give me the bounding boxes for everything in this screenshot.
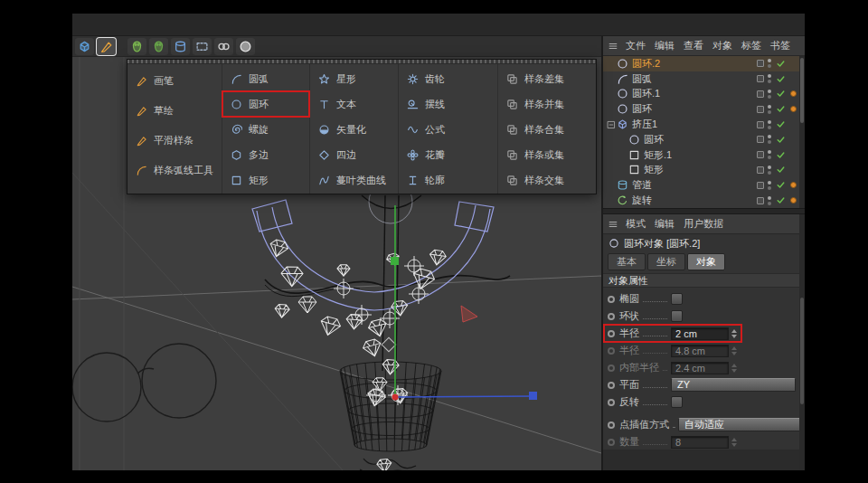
menu-item-spline-union[interactable]: 样条并集 [498, 91, 596, 117]
scrollbar-thumb[interactable] [800, 298, 804, 404]
am-menu-item-1[interactable]: 模式 [621, 217, 650, 231]
tab-basic[interactable]: 基本 [608, 253, 646, 270]
object-row[interactable]: 矩形 [603, 163, 799, 178]
checkbox[interactable] [671, 293, 683, 305]
menu-item-formula[interactable]: 公式 [399, 117, 497, 142]
axis-origin-dot[interactable] [392, 394, 399, 401]
visibility-dots[interactable] [767, 74, 772, 83]
value-field[interactable]: 8 [671, 436, 729, 449]
menu-item-flower[interactable]: 花瓣 [399, 142, 497, 167]
menu-item-spline-intersect[interactable]: 样条交集 [498, 167, 596, 193]
object-row[interactable]: 挤压1 [603, 117, 799, 132]
visibility-dots[interactable] [767, 181, 772, 190]
visibility-dots[interactable] [767, 150, 772, 159]
visibility-dots[interactable] [767, 120, 772, 129]
layer-chip[interactable] [757, 182, 764, 189]
value-field[interactable]: 2.4 cm [671, 362, 729, 374]
cube-tool[interactable] [75, 38, 94, 55]
am-menu-item-2[interactable]: 编辑 [650, 217, 679, 231]
am-menu-icon[interactable] [608, 219, 618, 230]
toolbar-tool-8[interactable] [236, 38, 255, 55]
menu-item-freehand[interactable]: 画笔 [127, 66, 222, 96]
object-row[interactable]: 圆弧 [603, 71, 799, 87]
visibility-dots[interactable] [767, 105, 772, 114]
layer-chip[interactable] [757, 90, 764, 98]
menu-item-spline-or[interactable]: 样条或集 [498, 142, 596, 167]
menu-item-spline-arc-tool[interactable]: 样条弧线工具 [127, 156, 222, 185]
menu-item-rectangle[interactable]: 矩形 [222, 167, 309, 193]
keyframe-toggle[interactable] [608, 347, 615, 355]
om-menu-icon[interactable] [608, 41, 618, 52]
layer-chip[interactable] [757, 121, 764, 128]
om-menu-item-6[interactable]: 书签 [766, 39, 795, 52]
menu-item-star[interactable]: 星形 [310, 66, 398, 91]
tab-coordinates[interactable]: 坐标 [647, 253, 685, 270]
panel-splitter[interactable] [603, 208, 805, 214]
layer-chip[interactable] [757, 197, 764, 204]
tag-dot[interactable] [788, 90, 797, 97]
object-row[interactable]: 圆环.1 [603, 87, 799, 102]
enabled-check-icon[interactable] [775, 195, 786, 205]
menu-item-vectorizer[interactable]: 矢量化 [310, 117, 398, 142]
menu-item-arc[interactable]: 圆弧 [222, 66, 309, 91]
tag-dot[interactable] [788, 106, 797, 112]
spinner[interactable] [731, 329, 737, 338]
visibility-dots[interactable] [767, 135, 772, 144]
z-axis[interactable] [395, 396, 534, 397]
menu-item-spline-difference[interactable]: 样条差集 [498, 66, 596, 91]
om-menu-item-4[interactable]: 对象 [708, 39, 737, 52]
enabled-check-icon[interactable] [775, 135, 786, 145]
tag-dot[interactable] [788, 182, 797, 188]
dropdown[interactable]: 自动适应 [678, 418, 803, 431]
enabled-check-icon[interactable] [775, 150, 786, 160]
pen-tool[interactable] [97, 38, 116, 55]
layer-chip[interactable] [757, 136, 764, 143]
menu-item-helix[interactable]: 螺旋 [222, 117, 309, 142]
om-menu-item-3[interactable]: 查看 [679, 39, 708, 52]
object-row[interactable]: 圆环 [603, 132, 799, 147]
keyframe-toggle[interactable] [608, 365, 615, 372]
keyframe-toggle[interactable] [608, 330, 615, 337]
layer-chip[interactable] [757, 151, 764, 158]
menu-item-smooth-spline[interactable]: 平滑样条 [127, 126, 222, 156]
keyframe-toggle[interactable] [608, 296, 615, 303]
visibility-dots[interactable] [767, 59, 772, 68]
toolbar-tool-7[interactable] [214, 38, 233, 55]
object-row[interactable]: 圆环 [603, 101, 799, 117]
z-axis-handle[interactable] [529, 392, 537, 400]
om-menu-item-5[interactable]: 标签 [737, 39, 766, 52]
checkbox[interactable] [671, 310, 683, 322]
toolbar-tool-4[interactable] [149, 38, 168, 55]
tab-object[interactable]: 对象 [687, 253, 725, 270]
menu-item-text[interactable]: 文本 [310, 91, 398, 117]
menu-item-profile[interactable]: 轮廓 [399, 167, 497, 193]
menu-item-sketch[interactable]: 草绘 [127, 96, 222, 126]
enabled-check-icon[interactable] [775, 74, 786, 84]
am-menu-item-3[interactable]: 用户数据 [679, 217, 728, 231]
value-field[interactable]: 2 cm [671, 327, 729, 340]
menu-item-cogwheel[interactable]: 齿轮 [399, 66, 497, 91]
checkbox[interactable] [671, 396, 683, 408]
om-menu-item-1[interactable]: 文件 [621, 39, 650, 52]
enabled-check-icon[interactable] [775, 119, 786, 129]
spinner[interactable] [731, 438, 737, 447]
menu-item-cycloid[interactable]: 摆线 [399, 91, 497, 117]
keyframe-toggle[interactable] [608, 313, 615, 320]
keyframe-toggle[interactable] [608, 382, 615, 389]
dropdown[interactable]: ZY [671, 378, 796, 392]
keyframe-toggle[interactable] [608, 439, 615, 446]
layer-chip[interactable] [757, 60, 764, 67]
toolbar-tool-3[interactable] [127, 38, 146, 55]
value-field[interactable]: 4.8 cm [671, 345, 729, 357]
spinner[interactable] [731, 364, 737, 373]
keyframe-toggle[interactable] [608, 421, 615, 429]
collapse-toggle-icon[interactable] [606, 120, 616, 129]
enabled-check-icon[interactable] [775, 104, 786, 114]
tag-dot[interactable] [788, 197, 797, 204]
layer-chip[interactable] [757, 75, 764, 82]
toolbar-tool-6[interactable] [193, 38, 212, 55]
enabled-check-icon[interactable] [775, 180, 786, 190]
selected-spline-band[interactable] [252, 200, 494, 310]
object-row[interactable]: 圆环.2 [603, 56, 799, 71]
object-list-scrollbar[interactable] [799, 56, 805, 208]
